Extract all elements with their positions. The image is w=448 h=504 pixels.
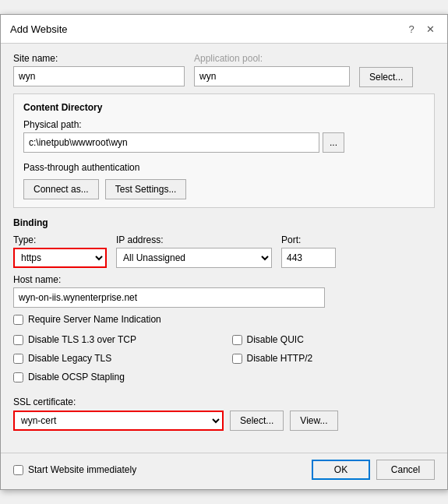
type-group: Type: https http bbox=[13, 234, 107, 268]
browse-button[interactable]: ... bbox=[323, 132, 344, 153]
disable-tls13-checkbox[interactable] bbox=[13, 335, 23, 345]
dialog-footer: Start Website immediately OK Cancel bbox=[1, 453, 447, 489]
ssl-view-button[interactable]: View... bbox=[290, 411, 337, 431]
dialog-title: Add Website bbox=[10, 23, 67, 35]
port-input[interactable] bbox=[281, 248, 336, 268]
binding-section: Binding Type: https http IP address: All… bbox=[13, 217, 435, 325]
disable-ocsp-checkbox[interactable] bbox=[13, 372, 23, 382]
start-website-checkbox[interactable] bbox=[13, 465, 23, 475]
site-app-pool-row: Site name: Application pool: Select... bbox=[13, 53, 435, 87]
title-bar: Add Website ? ✕ bbox=[1, 15, 447, 44]
content-directory-title: Content Directory bbox=[23, 102, 425, 113]
app-pool-select-button[interactable]: Select... bbox=[359, 67, 413, 87]
checkbox-row-3: Disable HTTP/2 bbox=[232, 353, 436, 364]
physical-path-group: Physical path: ... bbox=[23, 119, 425, 157]
site-name-input[interactable] bbox=[13, 66, 185, 86]
title-bar-left: Add Website bbox=[10, 23, 67, 35]
physical-path-input[interactable] bbox=[23, 132, 319, 153]
site-name-label: Site name: bbox=[13, 53, 185, 64]
type-label: Type: bbox=[13, 234, 107, 245]
ssl-label: SSL certificate: bbox=[13, 397, 435, 407]
ssl-select-button[interactable]: Select... bbox=[230, 411, 284, 431]
port-label: Port: bbox=[281, 234, 336, 245]
content-directory-section: Content Directory Physical path: ... Pas… bbox=[13, 93, 435, 208]
connect-as-button[interactable]: Connect as... bbox=[23, 179, 99, 199]
ok-cancel-buttons: OK Cancel bbox=[312, 460, 435, 480]
hostname-row: Host name: bbox=[13, 274, 435, 308]
site-name-group: Site name: bbox=[13, 53, 185, 86]
type-select[interactable]: https http bbox=[13, 248, 107, 268]
ssl-section: SSL certificate: wyn-cert Select... View… bbox=[13, 397, 435, 431]
help-button[interactable]: ? bbox=[404, 21, 419, 37]
port-group: Port: bbox=[281, 234, 336, 268]
app-pool-group: Application pool: bbox=[194, 53, 350, 86]
hostname-label: Host name: bbox=[13, 274, 61, 285]
checkbox-row-0: Disable TLS 1.3 over TCP bbox=[13, 334, 217, 345]
binding-title: Binding bbox=[13, 217, 435, 228]
disable-tls13-label: Disable TLS 1.3 over TCP bbox=[28, 334, 136, 345]
passthrough-label: Pass-through authentication bbox=[23, 162, 425, 173]
type-ip-port-row: Type: https http IP address: All Unassig… bbox=[13, 234, 435, 268]
ssl-row: wyn-cert Select... View... bbox=[13, 411, 435, 431]
ip-group: IP address: All Unassigned bbox=[116, 234, 272, 268]
disable-http2-checkbox[interactable] bbox=[232, 354, 242, 364]
require-sni-label: Require Server Name Indication bbox=[28, 314, 161, 325]
dialog-body: Site name: Application pool: Select... C… bbox=[1, 44, 447, 453]
add-website-dialog: Add Website ? ✕ Site name: Application p… bbox=[0, 14, 448, 490]
physical-path-row: ... bbox=[23, 132, 425, 153]
hostname-input[interactable] bbox=[13, 287, 325, 308]
app-pool-label: Application pool: bbox=[194, 53, 350, 64]
disable-quic-checkbox[interactable] bbox=[232, 335, 242, 345]
app-pool-input[interactable] bbox=[194, 66, 350, 86]
ok-button[interactable]: OK bbox=[312, 460, 370, 480]
checkbox-row-4: Disable OCSP Stapling bbox=[13, 372, 217, 382]
ip-label: IP address: bbox=[116, 234, 272, 245]
require-sni-row: Require Server Name Indication bbox=[13, 314, 435, 325]
ip-select[interactable]: All Unassigned bbox=[116, 248, 272, 268]
disable-ocsp-label: Disable OCSP Stapling bbox=[28, 372, 125, 382]
disable-quic-label: Disable QUIC bbox=[247, 334, 304, 345]
close-button[interactable]: ✕ bbox=[422, 21, 438, 37]
auth-buttons: Connect as... Test Settings... bbox=[23, 179, 425, 199]
physical-path-label: Physical path: bbox=[23, 119, 425, 130]
disable-legacy-tls-label: Disable Legacy TLS bbox=[28, 353, 111, 364]
require-sni-checkbox[interactable] bbox=[13, 315, 23, 325]
checkbox-row-2: Disable Legacy TLS bbox=[13, 353, 217, 364]
test-settings-button[interactable]: Test Settings... bbox=[105, 179, 187, 199]
select-button-group: Select... bbox=[359, 53, 413, 87]
tls-checkboxes: Disable TLS 1.3 over TCP Disable QUIC Di… bbox=[13, 334, 435, 387]
start-website-label: Start Website immediately bbox=[28, 464, 136, 475]
title-bar-controls: ? ✕ bbox=[404, 21, 438, 37]
disable-http2-label: Disable HTTP/2 bbox=[247, 353, 313, 364]
start-website-row: Start Website immediately bbox=[13, 464, 136, 475]
disable-legacy-tls-checkbox[interactable] bbox=[13, 354, 23, 364]
cancel-button[interactable]: Cancel bbox=[376, 460, 435, 480]
checkbox-row-1: Disable QUIC bbox=[232, 334, 436, 345]
ssl-select[interactable]: wyn-cert bbox=[13, 411, 224, 431]
